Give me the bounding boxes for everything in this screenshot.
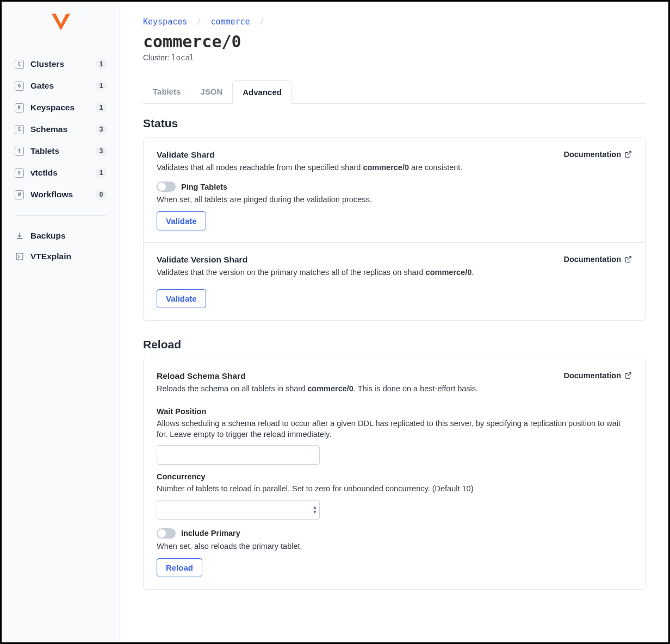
validate-version-shard-card: Validate Version Shard Validates that th… xyxy=(144,242,645,320)
card-description: Validates that all nodes reachable from … xyxy=(157,162,462,173)
tab-bar: Tablets JSON Advanced xyxy=(143,80,646,104)
page-title: commerce/0 xyxy=(143,32,646,51)
toggle-label: Ping Tablets xyxy=(181,183,227,191)
count-badge: 3 xyxy=(96,146,107,157)
reload-schema-shard-card: Reload Schema Shard Reloads the schema o… xyxy=(144,359,645,589)
count-badge: 0 xyxy=(96,189,107,200)
nav-secondary: Backups VTExplain xyxy=(2,226,120,267)
toggle-help: When set, also reloads the primary table… xyxy=(157,542,632,551)
documentation-link[interactable]: Documentation xyxy=(563,255,632,264)
sidebar-item-label: Gates xyxy=(30,81,96,91)
count-badge: 1 xyxy=(96,80,107,91)
sidebar-item-label: Backups xyxy=(30,231,107,241)
card-title: Validate Version Shard xyxy=(157,255,474,265)
sidebar-item-keyspaces[interactable]: K Keyspaces 1 xyxy=(15,97,107,118)
nav-divider xyxy=(15,215,107,216)
download-icon xyxy=(15,232,24,241)
vitess-logo-icon xyxy=(51,12,71,32)
card-title: Validate Shard xyxy=(157,150,462,160)
sidebar-item-backups[interactable]: Backups xyxy=(15,226,107,246)
concurrency-help: Number of tablets to reload in parallel.… xyxy=(157,483,632,494)
tab-json[interactable]: JSON xyxy=(190,80,232,103)
toggle-label: Include Primary xyxy=(181,529,240,537)
validate-shard-card: Validate Shard Validates that all nodes … xyxy=(144,138,645,242)
key-icon: T xyxy=(15,147,24,156)
key-icon: S xyxy=(15,125,24,134)
sidebar-item-label: Clusters xyxy=(30,59,96,69)
sidebar-item-label: Keyspaces xyxy=(30,103,96,112)
toggle-help: When set, all tablets are pinged during … xyxy=(157,195,632,204)
key-icon: K xyxy=(15,103,24,112)
status-card-stack: Validate Shard Validates that all nodes … xyxy=(143,137,646,321)
cluster-label: Cluster: xyxy=(143,53,169,62)
sidebar-item-vtctlds[interactable]: V vtctlds 1 xyxy=(15,162,107,184)
sidebar-item-workflows[interactable]: W Workflows 0 xyxy=(15,184,107,205)
sidebar-item-label: Schemas xyxy=(30,124,96,134)
sidebar-item-label: Workflows xyxy=(30,190,96,199)
sidebar: C Clusters 1 G Gates 1 K Keyspaces 1 S S… xyxy=(2,2,120,642)
external-link-icon xyxy=(624,372,632,379)
svg-line-2 xyxy=(628,257,631,260)
breadcrumb: Keyspaces / commerce / xyxy=(143,17,646,27)
wait-position-input[interactable] xyxy=(157,445,320,465)
count-badge: 3 xyxy=(96,124,107,135)
main-content: Keyspaces / commerce / commerce/0 Cluste… xyxy=(120,2,668,642)
validate-button[interactable]: Validate xyxy=(157,289,206,308)
svg-line-3 xyxy=(628,372,631,376)
checklist-icon xyxy=(15,252,24,261)
wait-position-label: Wait Position xyxy=(157,407,632,416)
cluster-name: local xyxy=(171,53,194,62)
breadcrumb-keyspaces[interactable]: Keyspaces xyxy=(143,17,187,27)
include-primary-toggle[interactable] xyxy=(157,528,176,539)
card-title: Reload Schema Shard xyxy=(157,371,478,381)
ping-tablets-toggle[interactable] xyxy=(157,182,176,192)
breadcrumb-commerce[interactable]: commerce xyxy=(210,17,250,27)
sidebar-item-schemas[interactable]: S Schemas 3 xyxy=(15,118,107,140)
count-badge: 1 xyxy=(96,167,107,178)
count-badge: 1 xyxy=(96,59,107,70)
number-stepper-icon[interactable]: ▲▼ xyxy=(313,505,317,514)
external-link-icon xyxy=(624,255,632,263)
tab-tablets[interactable]: Tablets xyxy=(143,80,190,103)
count-badge: 1 xyxy=(96,102,107,113)
sidebar-item-clusters[interactable]: C Clusters 1 xyxy=(15,53,107,75)
section-title-status: Status xyxy=(143,117,646,130)
card-description: Reloads the schema on all tablets in sha… xyxy=(157,383,478,394)
cluster-line: Cluster: local xyxy=(143,53,646,62)
concurrency-input[interactable] xyxy=(157,500,320,520)
sidebar-item-gates[interactable]: G Gates 1 xyxy=(15,75,107,97)
sidebar-item-tablets[interactable]: T Tablets 3 xyxy=(15,140,107,162)
validate-button[interactable]: Validate xyxy=(157,211,206,230)
documentation-link[interactable]: Documentation xyxy=(563,150,632,159)
reload-button[interactable]: Reload xyxy=(157,558,202,577)
nav-primary: C Clusters 1 G Gates 1 K Keyspaces 1 S S… xyxy=(2,53,120,205)
sidebar-item-label: Tablets xyxy=(30,146,96,156)
key-icon: W xyxy=(15,190,24,199)
external-link-icon xyxy=(624,151,632,158)
section-title-reload: Reload xyxy=(143,338,646,351)
key-icon: G xyxy=(15,82,24,91)
key-icon: V xyxy=(15,168,24,178)
sidebar-item-vtexplain[interactable]: VTExplain xyxy=(15,246,107,267)
breadcrumb-separator: / xyxy=(196,17,201,27)
wait-position-help: Allows scheduling a schema reload to occ… xyxy=(157,418,632,440)
key-icon: C xyxy=(15,60,24,69)
documentation-link[interactable]: Documentation xyxy=(563,371,632,380)
sidebar-item-label: vtctlds xyxy=(30,168,96,178)
tab-advanced[interactable]: Advanced xyxy=(232,80,292,104)
card-description: Validates that the version on the primar… xyxy=(157,267,474,278)
reload-card-stack: Reload Schema Shard Reloads the schema o… xyxy=(143,359,646,590)
svg-line-1 xyxy=(628,152,631,155)
concurrency-label: Concurrency xyxy=(157,472,632,481)
sidebar-item-label: VTExplain xyxy=(30,252,107,261)
breadcrumb-separator: / xyxy=(259,17,264,27)
logo xyxy=(2,12,120,32)
